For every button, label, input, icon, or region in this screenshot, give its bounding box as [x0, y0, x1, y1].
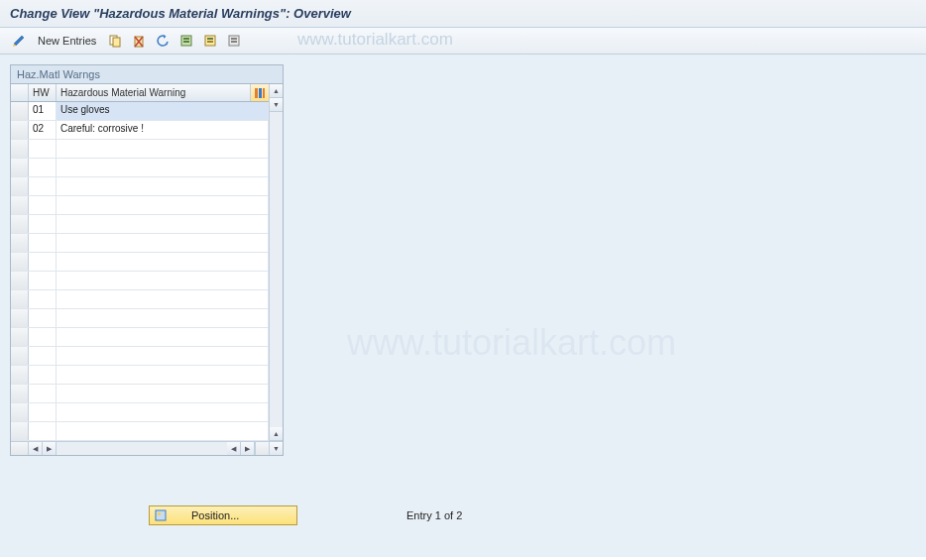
- panel-title: Haz.Matl Warngs: [11, 65, 283, 84]
- table-row[interactable]: [11, 234, 269, 253]
- cell-hw[interactable]: [29, 309, 57, 327]
- table-row[interactable]: [11, 290, 269, 309]
- cell-description[interactable]: [57, 272, 269, 289]
- svg-rect-11: [231, 41, 237, 43]
- table-row[interactable]: [11, 328, 269, 347]
- delete-icon[interactable]: [130, 32, 148, 50]
- table-row[interactable]: [11, 253, 269, 272]
- cell-hw[interactable]: [29, 272, 57, 289]
- cell-hw[interactable]: [29, 140, 57, 158]
- cell-description[interactable]: Careful: corrosive !: [57, 121, 269, 139]
- row-selector[interactable]: [11, 328, 29, 346]
- cell-description[interactable]: [57, 290, 269, 308]
- cell-hw[interactable]: [29, 159, 57, 176]
- hscroll-left-arrow2-icon[interactable]: ◀: [227, 442, 241, 455]
- cell-hw[interactable]: 01: [29, 102, 57, 120]
- vscroll-up-arrow2-icon[interactable]: ▲: [270, 427, 283, 441]
- table-row[interactable]: [11, 159, 269, 177]
- svg-rect-13: [259, 88, 262, 98]
- cell-hw[interactable]: [29, 290, 57, 308]
- row-selector[interactable]: [11, 347, 29, 365]
- select-all-column[interactable]: [11, 84, 29, 101]
- table-row[interactable]: [11, 366, 269, 385]
- position-button[interactable]: Position...: [149, 505, 297, 525]
- row-selector[interactable]: [11, 385, 29, 402]
- cell-description[interactable]: [57, 309, 269, 327]
- table-row[interactable]: [11, 422, 269, 441]
- cell-hw[interactable]: [29, 215, 57, 233]
- vscroll-down-arrow-icon[interactable]: ▼: [270, 98, 283, 112]
- cell-description[interactable]: [57, 385, 269, 402]
- cell-description[interactable]: [57, 196, 269, 214]
- toggle-edit-icon[interactable]: [10, 32, 28, 50]
- table-row[interactable]: [11, 196, 269, 215]
- row-selector[interactable]: [11, 215, 29, 233]
- undo-icon[interactable]: [154, 32, 172, 50]
- column-header-hw[interactable]: HW: [29, 84, 57, 101]
- cell-hw[interactable]: 02: [29, 121, 57, 139]
- cell-hw[interactable]: [29, 177, 57, 195]
- row-selector[interactable]: [11, 422, 29, 440]
- row-selector[interactable]: [11, 309, 29, 327]
- cell-hw[interactable]: [29, 347, 57, 365]
- row-selector[interactable]: [11, 140, 29, 158]
- table-row[interactable]: [11, 272, 269, 290]
- row-selector[interactable]: [11, 290, 29, 308]
- table-row[interactable]: [11, 177, 269, 196]
- grid: HW Hazardous Material Warning 01Use glov…: [11, 84, 283, 455]
- cell-description[interactable]: [57, 253, 269, 271]
- row-selector[interactable]: [11, 159, 29, 176]
- table-row[interactable]: [11, 215, 269, 234]
- cell-hw[interactable]: [29, 196, 57, 214]
- select-all-icon[interactable]: [177, 32, 195, 50]
- table-row[interactable]: 02Careful: corrosive !: [11, 121, 269, 140]
- row-selector[interactable]: [11, 253, 29, 271]
- cell-hw[interactable]: [29, 328, 57, 346]
- vscroll-track[interactable]: [270, 112, 283, 427]
- cell-description[interactable]: [57, 177, 269, 195]
- cell-description[interactable]: [57, 403, 269, 421]
- hscroll-right-arrow2-icon[interactable]: ▶: [241, 442, 255, 455]
- select-block-icon[interactable]: [201, 32, 219, 50]
- cell-description[interactable]: [57, 215, 269, 233]
- row-selector[interactable]: [11, 366, 29, 384]
- cell-description[interactable]: [57, 159, 269, 176]
- table-row[interactable]: [11, 309, 269, 328]
- new-entries-button[interactable]: New Entries: [34, 33, 100, 49]
- hscroll-left-arrow-icon[interactable]: ◀: [29, 442, 43, 455]
- cell-description[interactable]: [57, 366, 269, 384]
- row-selector[interactable]: [11, 102, 29, 120]
- cell-description[interactable]: [57, 328, 269, 346]
- vscroll-up-arrow-icon[interactable]: ▲: [270, 84, 283, 98]
- cell-hw[interactable]: [29, 234, 57, 252]
- cell-description[interactable]: [57, 140, 269, 158]
- column-header-description[interactable]: Hazardous Material Warning: [57, 84, 251, 101]
- table-row[interactable]: [11, 385, 269, 403]
- row-selector[interactable]: [11, 403, 29, 421]
- cell-hw[interactable]: [29, 403, 57, 421]
- row-selector[interactable]: [11, 196, 29, 214]
- table-row[interactable]: [11, 347, 269, 366]
- table-row[interactable]: 01Use gloves: [11, 102, 269, 121]
- row-selector[interactable]: [11, 177, 29, 195]
- row-selector[interactable]: [11, 234, 29, 252]
- table-row[interactable]: [11, 403, 269, 422]
- cell-description[interactable]: Use gloves: [57, 102, 269, 120]
- cell-hw[interactable]: [29, 422, 57, 440]
- hscroll-right-arrow-icon[interactable]: ▶: [43, 442, 57, 455]
- cell-description[interactable]: [57, 234, 269, 252]
- vscroll-down-arrow2-icon[interactable]: ▼: [270, 441, 283, 455]
- watermark-text: www.tutorialkart.com: [297, 30, 453, 50]
- cell-hw[interactable]: [29, 385, 57, 402]
- cell-description[interactable]: [57, 347, 269, 365]
- cell-hw[interactable]: [29, 366, 57, 384]
- copy-icon[interactable]: [106, 32, 124, 50]
- table-row[interactable]: [11, 140, 269, 159]
- cell-description[interactable]: [57, 422, 269, 440]
- configure-columns-icon[interactable]: [251, 84, 269, 101]
- row-selector[interactable]: [11, 121, 29, 139]
- row-selector[interactable]: [11, 272, 29, 289]
- cell-hw[interactable]: [29, 253, 57, 271]
- hscroll-track[interactable]: [57, 442, 227, 455]
- deselect-all-icon[interactable]: [225, 32, 243, 50]
